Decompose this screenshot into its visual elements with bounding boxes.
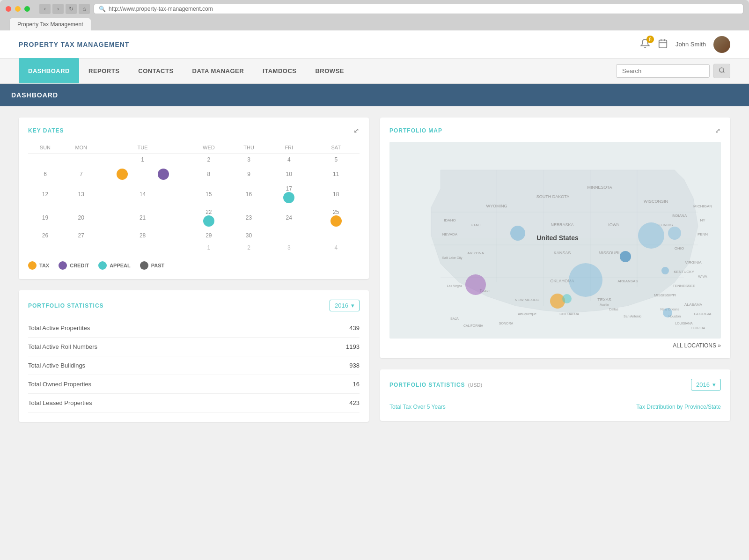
cal-day: 1 <box>185 242 232 254</box>
header-actions: 8 John Smith <box>640 36 730 53</box>
map-expand-icon[interactable]: ⤢ <box>715 127 721 134</box>
browser-forward-button[interactable]: › <box>52 4 64 14</box>
year-selector-right[interactable]: 2016 ▾ <box>691 379 721 391</box>
svg-text:Las Vegas: Las Vegas <box>447 284 463 288</box>
nav-item-dashboard[interactable]: DASHBOARD <box>19 58 79 83</box>
nav-item-browse[interactable]: BROWSE <box>306 58 353 83</box>
svg-text:MISSOURI: MISSOURI <box>599 251 620 255</box>
cal-week-2: 6 7 8 <box>28 166 360 183</box>
address-bar[interactable]: 🔍 http://www.property-tax-management.com <box>94 4 743 14</box>
portfolio-stats-right-card: PORTFOLIO STATISTICS (USD) 2016 ▾ Total … <box>380 369 730 421</box>
cal-day: 2 <box>232 242 265 254</box>
svg-text:Salt Lake City: Salt Lake City <box>442 256 463 260</box>
svg-text:W.VA: W.VA <box>698 274 707 279</box>
nav-item-itamdocs[interactable]: ITAMDOCS <box>253 58 306 83</box>
search-button[interactable] <box>713 64 730 78</box>
chevron-down-icon-right: ▾ <box>712 381 716 388</box>
cal-dot-orange[interactable] <box>117 169 128 180</box>
cal-day-sat: SAT <box>312 142 360 154</box>
map-bubble-4 <box>620 251 631 262</box>
nav-item-contacts[interactable]: CONTACTS <box>129 58 183 83</box>
svg-text:San Antonio: San Antonio <box>624 315 641 318</box>
svg-text:TEXAS: TEXAS <box>597 297 611 302</box>
cal-day-thu: THU <box>232 142 265 154</box>
browser-tab[interactable]: Property Tax Management <box>9 18 91 30</box>
cal-dot-teal[interactable] <box>283 192 294 203</box>
svg-text:NEVADA: NEVADA <box>442 232 458 236</box>
cal-day: 15 <box>185 183 232 206</box>
svg-text:TENNESSEE: TENNESSEE <box>673 284 695 288</box>
cal-day: 23 <box>232 206 265 229</box>
cal-dot-orange-2[interactable] <box>330 215 342 227</box>
cal-day: 28 <box>100 229 185 242</box>
year-selector-left[interactable]: 2016 ▾ <box>330 300 360 311</box>
search-input[interactable] <box>616 64 710 78</box>
cal-day <box>312 229 360 242</box>
cal-day: 4 <box>312 242 360 254</box>
portfolio-stats-rows: Total Active Propertites 439 Total Activ… <box>28 319 360 413</box>
svg-text:LOUISIANA: LOUISIANA <box>675 322 693 325</box>
cal-day: 3 <box>232 154 265 166</box>
map-bubble-2 <box>638 222 664 249</box>
svg-text:NEW MEXICO: NEW MEXICO <box>515 298 539 302</box>
map-bubble-1 <box>510 226 525 241</box>
all-locations-link[interactable]: ALL LOCATIONS » <box>389 342 721 349</box>
svg-text:WISCONSIN: WISCONSIN <box>644 199 668 204</box>
cal-day-mon: MON <box>62 142 100 154</box>
svg-rect-0 <box>659 40 667 48</box>
svg-text:ALABAMA: ALABAMA <box>684 302 702 307</box>
legend-dot-past <box>140 261 148 270</box>
notification-icon[interactable]: 8 <box>640 38 650 50</box>
browser-maximize-dot[interactable] <box>24 6 30 12</box>
cal-week-1: 1 2 3 4 5 <box>28 154 360 166</box>
chevron-down-icon: ▾ <box>351 302 354 309</box>
cal-day: 9 <box>232 166 265 183</box>
browser-refresh-button[interactable]: ↻ <box>66 4 77 14</box>
cal-day: 3 <box>265 242 312 254</box>
url-text: http://www.property-tax-management.com <box>109 6 213 12</box>
cal-day: 1 <box>100 154 185 166</box>
search-icon <box>719 67 725 74</box>
cal-day: 19 <box>28 206 62 229</box>
cal-day-wed: WED <box>185 142 232 154</box>
page-header: DASHBOARD <box>0 84 749 106</box>
portfolio-stats-left-card: PORTFOLIO STATISTICS 2016 ▾ Total Active… <box>19 290 369 422</box>
cal-day <box>62 242 100 254</box>
cal-day: 20 <box>62 206 100 229</box>
stat-row-4: Total Owned Properties 16 <box>28 375 360 394</box>
cal-day <box>100 166 185 183</box>
svg-text:WYOMING: WYOMING <box>486 204 507 208</box>
browser-close-dot[interactable] <box>6 6 11 12</box>
legend-tax: TAX <box>28 261 49 270</box>
cal-day <box>28 242 62 254</box>
browser-home-button[interactable]: ⌂ <box>79 4 90 14</box>
svg-text:SOUTH DAKOTA: SOUTH DAKOTA <box>536 194 569 199</box>
cal-dot-teal-2[interactable] <box>203 215 214 227</box>
stat-row-5: Total Leased Properties 423 <box>28 394 360 413</box>
top-header: PROPERTY TAX MANAGEMENT 8 John Smith <box>0 30 749 59</box>
svg-text:INDIANA: INDIANA <box>672 214 687 218</box>
cal-day: 6 <box>28 166 62 183</box>
user-avatar[interactable] <box>713 36 730 53</box>
cal-day: 17 <box>265 183 312 206</box>
svg-text:NY: NY <box>700 218 705 222</box>
calendar-legend: TAX CREDIT APPEAL PAST <box>28 261 360 270</box>
cal-dot-purple[interactable] <box>158 169 169 180</box>
calendar-icon[interactable] <box>658 38 668 50</box>
svg-text:GEORGIA: GEORGIA <box>694 312 712 316</box>
legend-credit: CREDIT <box>59 261 89 270</box>
map-bubble-7 <box>550 294 565 309</box>
svg-text:IDAHO: IDAHO <box>444 218 455 222</box>
cal-day <box>62 154 100 166</box>
browser-back-button[interactable]: ‹ <box>39 4 51 14</box>
nav-item-data-manager[interactable]: DATA MANAGER <box>183 58 253 83</box>
nav-item-reports[interactable]: REPORTS <box>79 58 129 83</box>
expand-icon[interactable]: ⤢ <box>353 127 360 134</box>
cal-day <box>28 154 62 166</box>
cal-day: 13 <box>62 183 100 206</box>
browser-minimize-dot[interactable] <box>15 6 21 12</box>
legend-dot-tax <box>28 261 37 270</box>
cal-day: 10 <box>265 166 312 183</box>
svg-text:MISSISSIPPI: MISSISSIPPI <box>654 293 676 297</box>
svg-text:NEBRASKA: NEBRASKA <box>551 222 573 227</box>
